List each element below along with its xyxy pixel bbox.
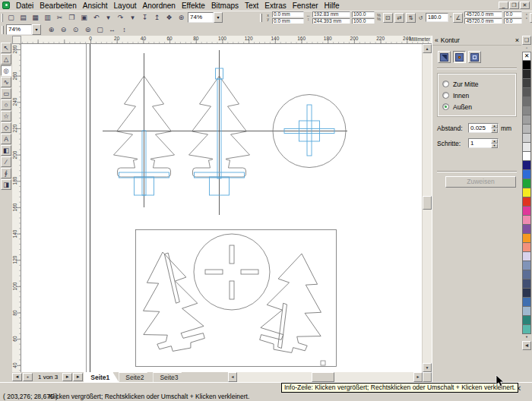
menu-item[interactable]: Effekte (179, 1, 208, 11)
position-x-field[interactable]: 0.0 mm (272, 11, 304, 17)
menu-item[interactable]: Extras (261, 1, 289, 11)
color-swatch[interactable] (522, 225, 531, 234)
mirror-vertical-button[interactable]: ⇅ (406, 13, 416, 23)
tree-cut-right[interactable] (258, 249, 331, 356)
color-swatch[interactable] (522, 170, 531, 179)
color-swatch[interactable] (522, 325, 531, 334)
tool-button[interactable]: ∿ (1, 77, 11, 87)
menu-item[interactable]: Datei (13, 1, 36, 11)
color-swatch[interactable] (522, 161, 531, 170)
color-swatch[interactable] (522, 289, 531, 298)
menu-item[interactable]: Fenster (290, 1, 321, 11)
no-color-swatch[interactable]: ✕ (522, 52, 531, 61)
color-swatch[interactable] (522, 307, 531, 316)
horizontal-scrollbar[interactable]: ◄ ► (228, 372, 423, 382)
contour-outside-button[interactable] (468, 51, 481, 63)
dropdown-icon[interactable]: ▾ (32, 24, 41, 35)
scroll-down-icon[interactable]: ▼ (423, 363, 432, 372)
radio-icon[interactable] (442, 81, 449, 87)
color-swatch[interactable] (522, 179, 531, 188)
apply-button[interactable]: Zuweisen (445, 176, 516, 188)
tool-button[interactable]: ☆ (1, 111, 11, 122)
color-swatch[interactable] (522, 197, 531, 207)
color-swatch[interactable] (522, 234, 531, 243)
zoom-levels-value[interactable]: 74% (6, 24, 32, 35)
page-width-field[interactable]: 45720.0 mm (464, 11, 502, 17)
zoom-toolbar-icon[interactable]: ⊙ (70, 24, 81, 36)
next-page-button[interactable]: ► (62, 373, 72, 381)
menu-item[interactable]: Text (242, 1, 261, 11)
color-swatch[interactable] (522, 243, 531, 252)
docker-collapse-icon[interactable]: « (435, 36, 439, 44)
radio-icon[interactable] (442, 92, 449, 99)
scale-x-field[interactable]: 100.0 (352, 11, 375, 17)
scroll-right-icon[interactable]: ► (413, 372, 423, 382)
rotation-angle-field[interactable]: 180.0 (426, 13, 448, 22)
last-page-button[interactable]: ► (73, 373, 83, 381)
toolbar-icon[interactable]: ❐ (66, 12, 78, 24)
contour-inside-button[interactable] (453, 51, 466, 63)
tool-button[interactable]: ∕ (1, 156, 11, 167)
drawing-canvas[interactable] (21, 44, 422, 372)
spinner-down-icon[interactable]: ▼ (491, 128, 498, 133)
position-y-field[interactable]: 0.0 mm (272, 18, 304, 24)
tool-button[interactable]: ◧ (1, 145, 11, 156)
minimize-button[interactable]: _ (499, 2, 508, 9)
scroll-left-icon[interactable]: ◄ (228, 372, 237, 382)
palette-flyout-icon[interactable]: ◄ (522, 341, 531, 350)
zoom-toolbar-icon[interactable]: ↕ (119, 24, 130, 36)
radio-option[interactable]: Außen (442, 101, 511, 112)
toolbar-icon[interactable]: ↶ (90, 12, 102, 24)
property-bar-grip[interactable] (260, 14, 262, 22)
color-swatch[interactable] (522, 134, 531, 143)
color-swatch[interactable] (522, 270, 531, 279)
toolbar-icon[interactable]: ↧ (139, 12, 150, 24)
toolbar-icon[interactable]: ❖ (163, 12, 175, 24)
dropdown-icon[interactable]: ▾ (214, 12, 223, 23)
menu-item[interactable]: Ansicht (80, 1, 111, 11)
color-swatch[interactable] (522, 115, 531, 125)
color-swatch[interactable] (522, 188, 531, 197)
zoom-toolbar-icon[interactable]: ⊕ (46, 24, 57, 36)
zoom-toolbar-icon[interactable]: ▢ (94, 24, 106, 36)
color-swatch[interactable] (522, 61, 531, 70)
tool-button[interactable]: ↖ (1, 43, 11, 53)
tool-button[interactable]: ◨ (1, 179, 11, 190)
color-swatch[interactable] (522, 106, 531, 115)
menu-item[interactable]: Bearbeiten (36, 1, 79, 11)
color-swatch[interactable] (522, 207, 531, 216)
tool-button[interactable]: ∮ (1, 168, 11, 178)
toolbar-icon[interactable]: ▥ (42, 12, 53, 24)
menu-item[interactable]: Layout (111, 1, 140, 11)
add-page-button[interactable]: + (23, 373, 33, 381)
color-swatch[interactable] (522, 316, 531, 325)
page-tab[interactable]: Seite3 (153, 372, 187, 382)
horizontal-ruler[interactable]: Millimeter 02040608010012014016018020022… (21, 36, 432, 44)
toolbar-icon[interactable]: ▦ (30, 12, 41, 24)
color-swatch[interactable] (522, 298, 531, 307)
drawing-svg[interactable] (21, 44, 422, 372)
radio-option[interactable]: Zur Mitte (442, 78, 511, 90)
color-swatch[interactable] (522, 79, 531, 88)
tool-button[interactable]: ◎ (1, 65, 11, 76)
tree-cut-left[interactable] (132, 248, 206, 355)
vertical-scroll-thumb[interactable] (423, 196, 432, 210)
color-swatch[interactable] (522, 88, 531, 97)
toolbar-icon[interactable]: ▾ (103, 12, 114, 24)
color-swatch[interactable] (522, 261, 531, 270)
menu-item[interactable]: Anordnen (140, 1, 179, 11)
zoom-toolbar-icon[interactable]: ↔ (106, 24, 118, 36)
restore-button[interactable]: ❐ (509, 2, 519, 9)
color-swatch[interactable] (522, 125, 531, 134)
steps-spinner[interactable]: 1 ▲ ▼ (468, 138, 499, 148)
radio-option[interactable]: Innen (442, 90, 511, 101)
lock-ratio-button[interactable]: ⊡ (383, 13, 393, 23)
palette-scroll-down-icon[interactable]: ▼ (522, 334, 531, 341)
node-handle[interactable] (321, 361, 325, 365)
cut-layout-sheet[interactable] (132, 230, 336, 367)
toolbar-icon[interactable]: ▢ (5, 12, 17, 24)
close-button[interactable]: ✕ (520, 2, 530, 9)
zoom-toolbar-icon[interactable]: ⊚ (82, 24, 93, 36)
offset-spinner[interactable]: 0.025 ▲ ▼ (468, 123, 499, 133)
mirror-horizontal-button[interactable]: ⇄ (394, 13, 404, 23)
